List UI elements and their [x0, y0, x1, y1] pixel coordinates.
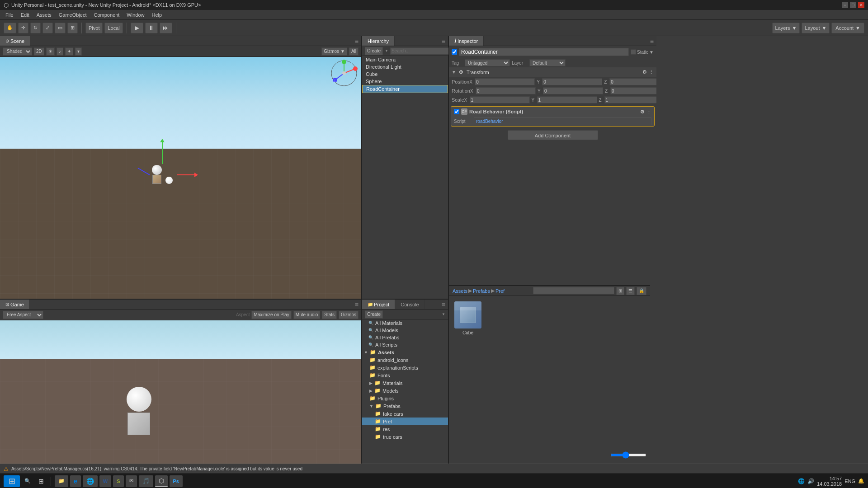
menu-assets[interactable]: Assets: [33, 11, 55, 19]
taskbar-unity[interactable]: ⬡: [155, 475, 168, 487]
tree-assets[interactable]: ▼ 📁 Assets: [362, 348, 448, 356]
step-button[interactable]: ⏭: [160, 23, 172, 33]
project-panel-menu[interactable]: ≡: [439, 301, 448, 308]
menu-help[interactable]: Help: [148, 11, 165, 19]
stats-btn[interactable]: Stats: [322, 311, 337, 319]
taskbar-chrome[interactable]: 🌐: [83, 475, 98, 487]
move-tool-button[interactable]: ✛: [18, 23, 28, 33]
tree-android-icons[interactable]: 📁 android_icons: [362, 356, 448, 364]
gizmo-widget[interactable]: X Y Z: [330, 60, 358, 87]
inspector-tab[interactable]: ℹ Inspector: [449, 36, 484, 46]
menu-edit[interactable]: Edit: [17, 11, 33, 19]
rotate-tool-button[interactable]: ↻: [30, 23, 41, 33]
2d-toggle[interactable]: 2D: [34, 47, 44, 56]
scale-x-input[interactable]: 1: [470, 96, 530, 103]
taskbar-app1[interactable]: S: [113, 475, 123, 487]
taskbar-task-view[interactable]: ⊞: [35, 475, 47, 487]
taskbar-explorer[interactable]: 📁: [55, 475, 68, 487]
close-button[interactable]: ✕: [858, 2, 864, 8]
minimize-button[interactable]: −: [842, 2, 848, 8]
start-button[interactable]: ⊞: [4, 475, 20, 487]
rot-z-input[interactable]: 0: [610, 87, 656, 94]
tree-fonts[interactable]: 📁 Fonts: [362, 371, 448, 379]
pause-button[interactable]: ⏸: [145, 23, 158, 33]
transform-tool-button[interactable]: ⊞: [67, 23, 78, 33]
hierarchy-item-sphere[interactable]: Sphere: [362, 78, 448, 85]
play-button[interactable]: ▶: [131, 23, 143, 33]
breadcrumb-assets[interactable]: Assets: [453, 288, 467, 294]
game-viewport[interactable]: [0, 320, 361, 474]
pos-x-input[interactable]: 0: [475, 78, 535, 85]
maximize-on-play-btn[interactable]: Maximize on Play: [251, 311, 291, 319]
hierarchy-create-button[interactable]: Create: [365, 47, 383, 55]
hand-tool-button[interactable]: ✋: [4, 23, 16, 33]
breadcrumb-pref[interactable]: Pref: [495, 288, 505, 294]
object-active-checkbox[interactable]: [452, 49, 457, 55]
layers-dropdown[interactable]: Layers ▼: [772, 23, 800, 33]
mute-audio-btn[interactable]: Mute audio: [293, 311, 320, 319]
tree-all-materials[interactable]: 🔍 All Materials: [362, 319, 448, 327]
rect-tool-button[interactable]: ▭: [55, 23, 66, 33]
project-search-input[interactable]: [533, 287, 614, 294]
console-tab[interactable]: Console: [395, 300, 425, 309]
notification-icon[interactable]: 🔔: [858, 478, 864, 484]
tree-models[interactable]: ▶ 📁 Models: [362, 387, 448, 394]
tag-dropdown[interactable]: Untagged: [465, 59, 510, 66]
account-button[interactable]: Account ▼: [831, 23, 864, 33]
maximize-button[interactable]: □: [850, 2, 856, 8]
add-component-button[interactable]: Add Component: [508, 130, 598, 140]
gizmos-btn[interactable]: Gizmos ▼: [321, 47, 347, 56]
scene-panel-menu[interactable]: ≡: [352, 38, 361, 45]
layer-dropdown[interactable]: Default: [529, 59, 566, 66]
component-settings-icon[interactable]: ⚙: [640, 109, 645, 115]
breadcrumb-prefabs[interactable]: Prefabs: [473, 288, 490, 294]
component-more-icon[interactable]: ⋮: [646, 109, 651, 115]
game-panel-menu[interactable]: ≡: [352, 301, 361, 308]
taskbar-mail[interactable]: ✉: [126, 475, 137, 487]
layout-dropdown[interactable]: Layout ▼: [802, 23, 830, 33]
menu-gameobject[interactable]: GameObject: [55, 11, 90, 19]
taskbar-word[interactable]: W: [99, 475, 111, 487]
hierarchy-search-input[interactable]: [390, 47, 450, 55]
hierarchy-item-cube[interactable]: Cube: [362, 70, 448, 78]
tree-fake-cars[interactable]: 📁 fake cars: [362, 410, 448, 418]
menu-window[interactable]: Window: [123, 11, 148, 19]
tree-explanation-scripts[interactable]: 📁 explanationScripts: [362, 364, 448, 371]
project-create-button[interactable]: Create: [365, 310, 383, 319]
project-view-toggle[interactable]: ⊞: [616, 287, 624, 295]
local-button[interactable]: Local: [104, 23, 123, 33]
object-name-input[interactable]: [459, 48, 629, 56]
scene-tab[interactable]: ⊙ Scene: [0, 36, 30, 46]
scene-more[interactable]: ▾: [75, 47, 82, 56]
hierarchy-panel-menu[interactable]: ≡: [439, 38, 448, 45]
lighting-toggle[interactable]: ☀: [46, 47, 55, 56]
pivot-button[interactable]: Pivot: [85, 23, 103, 33]
all-filter-btn[interactable]: All: [349, 47, 359, 56]
rot-y-input[interactable]: 0: [543, 87, 603, 94]
hierarchy-item-directional-light[interactable]: Directional Light: [362, 63, 448, 70]
tree-true-cars[interactable]: 📁 true cars: [362, 433, 448, 441]
tree-all-models[interactable]: 🔍 All Models: [362, 327, 448, 334]
road-behavior-checkbox[interactable]: [454, 109, 459, 114]
asset-cube-prefab[interactable]: Cube: [453, 300, 483, 337]
hierarchy-item-main-camera[interactable]: Main Camera: [362, 56, 448, 63]
transform-section-header[interactable]: ▼ ⊕ Transform ⚙ ⋮: [449, 67, 656, 77]
effects-toggle[interactable]: ✦: [65, 47, 73, 56]
static-toggle[interactable]: Static ▼: [631, 49, 654, 55]
scene-viewport[interactable]: X Y Z: [0, 57, 361, 299]
pos-z-input[interactable]: 0: [609, 78, 656, 85]
scale-y-input[interactable]: 1: [537, 96, 597, 103]
tree-prefabs[interactable]: ▼ 📁 Prefabs: [362, 402, 448, 410]
shading-mode-dropdown[interactable]: Shaded: [3, 47, 32, 56]
project-list-toggle[interactable]: ☰: [626, 287, 635, 295]
transform-more-icon[interactable]: ⋮: [649, 69, 654, 75]
menu-file[interactable]: File: [2, 11, 17, 19]
rot-x-input[interactable]: 0: [476, 87, 536, 94]
taskbar-edge[interactable]: e: [70, 475, 81, 487]
taskbar-search[interactable]: 🔍: [22, 475, 33, 487]
script-value[interactable]: roadBehavior: [474, 117, 651, 125]
hierarchy-tab[interactable]: Hierarchy: [362, 36, 395, 46]
tree-all-prefabs[interactable]: 🔍 All Prefabs: [362, 334, 448, 341]
tree-materials[interactable]: ▶ 📁 Materials: [362, 379, 448, 387]
icon-size-slider[interactable]: [610, 454, 646, 456]
